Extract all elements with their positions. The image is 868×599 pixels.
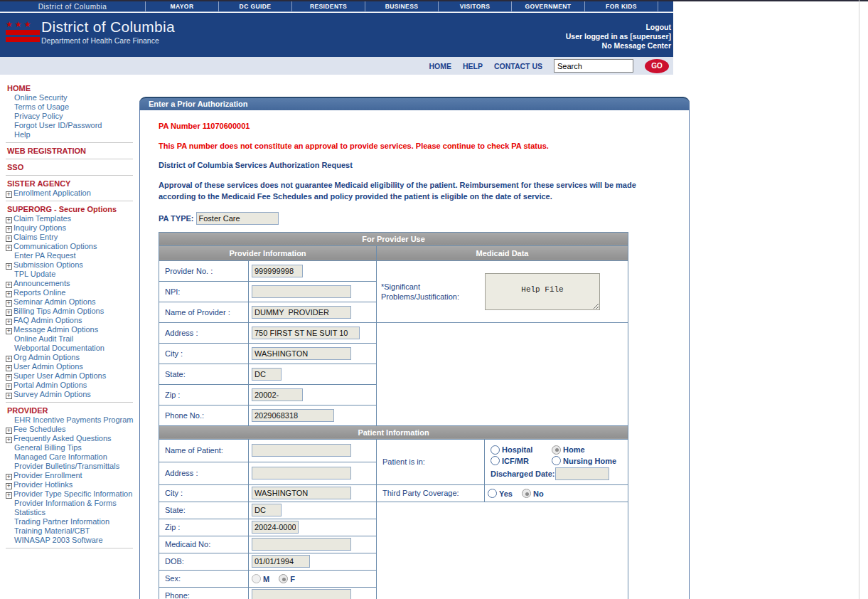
gov-nav-brand[interactable]: District of Columbia: [0, 1, 146, 11]
radio-home[interactable]: [552, 445, 561, 455]
gov-nav-item-business[interactable]: BUSINESS: [365, 1, 439, 11]
provider-city-input[interactable]: [252, 347, 351, 360]
expand-plus-icon[interactable]: +: [6, 217, 12, 223]
sidebar-item-provider-hotlinks[interactable]: +Provider Hotlinks: [6, 480, 135, 489]
expand-plus-icon[interactable]: +: [6, 365, 12, 371]
sidebar-item-user-admin-options[interactable]: +User Admin Options: [6, 362, 135, 371]
sidebar-item-webportal-documentation[interactable]: Webportal Documentation: [6, 344, 135, 353]
sidebar-item-claim-templates[interactable]: +Claim Templates: [6, 214, 135, 223]
expand-plus-icon[interactable]: +: [6, 328, 12, 334]
help-link[interactable]: HELP: [463, 62, 483, 70]
logout-link[interactable]: Logout: [645, 23, 671, 31]
sidebar-item-communication-options[interactable]: +Communication Options: [6, 242, 135, 251]
significant-problems-textarea[interactable]: Help File: [485, 273, 600, 310]
sidebar-item-tpl-update[interactable]: TPL Update: [6, 270, 135, 279]
provider-no-input[interactable]: [252, 265, 303, 277]
sidebar-item-provider-type-specific-information[interactable]: +Provider Type Specific Information: [6, 489, 135, 499]
patient-city-input[interactable]: [252, 487, 351, 499]
sidebar-item-general-billing-tips[interactable]: General Billing Tips: [6, 443, 135, 452]
sidebar-item-billing-tips-admin-options[interactable]: +Billing Tips Admin Options: [6, 307, 135, 316]
provider-state-input[interactable]: [252, 368, 282, 381]
sidebar-item-forgot-user-id-password[interactable]: Forgot User ID/Password: [6, 121, 135, 130]
scrollbar-edge[interactable]: [859, 0, 859, 599]
home-link[interactable]: HOME: [429, 62, 451, 70]
sidebar-item-inquiry-options[interactable]: +Inquiry Options: [6, 223, 135, 233]
expand-plus-icon[interactable]: +: [6, 245, 12, 251]
radio-sex-f[interactable]: [279, 574, 288, 583]
patient-phone-input[interactable]: [252, 589, 351, 599]
search-input[interactable]: [554, 59, 633, 73]
sidebar-item-survey-admin-options[interactable]: +Survey Admin Options: [6, 390, 135, 399]
sidebar-item-managed-care-information[interactable]: Managed Care Information: [6, 452, 135, 462]
gov-nav-item-dc-guide[interactable]: DC GUIDE: [219, 1, 292, 11]
patient-name-input[interactable]: [252, 444, 351, 457]
sidebar-item-privacy-policy[interactable]: Privacy Policy: [6, 112, 135, 121]
sidebar-item-enter-pa-request[interactable]: Enter PA Request: [6, 251, 135, 260]
expand-plus-icon[interactable]: +: [6, 300, 12, 307]
sidebar-item-training-material-cbt[interactable]: Training Material/CBT: [6, 526, 135, 536]
expand-plus-icon[interactable]: +: [6, 393, 12, 399]
sidebar-item-claims-entry[interactable]: +Claims Entry: [6, 233, 135, 242]
discharged-date-input[interactable]: [555, 467, 609, 480]
gov-nav-item-residents[interactable]: RESIDENTS: [292, 1, 365, 11]
expand-plus-icon[interactable]: +: [6, 309, 12, 316]
sidebar-item-announcements[interactable]: +Announcements: [6, 279, 135, 288]
provider-address-input[interactable]: [252, 327, 360, 339]
sidebar-item-terms-of-usage[interactable]: Terms of Usage: [6, 102, 135, 112]
sidebar-item-provider-enrollment[interactable]: +Provider Enrollment: [6, 471, 135, 480]
provider-zip-input[interactable]: [252, 388, 303, 401]
pa-type-input[interactable]: [196, 212, 279, 225]
sidebar-item-enrollment-application[interactable]: +Enrollment Application: [6, 189, 135, 198]
provider-phone-input[interactable]: [252, 409, 334, 422]
expand-plus-icon[interactable]: +: [6, 282, 12, 288]
sidebar-item-reports-online[interactable]: +Reports Online: [6, 288, 135, 297]
radio-nursing-home[interactable]: [552, 456, 561, 465]
provider-name-input[interactable]: [252, 306, 351, 319]
expand-plus-icon[interactable]: +: [6, 226, 12, 233]
sidebar-item-help[interactable]: Help: [6, 130, 135, 139]
sidebar-item-online-audit-trail[interactable]: Online Audit Trail: [6, 334, 135, 344]
sidebar-item-provider-bulletins-transmittals[interactable]: Provider Bulletins/Transmittals: [6, 462, 135, 471]
radio-tpc-yes[interactable]: [488, 489, 497, 498]
sidebar-item-super-user-admin-options[interactable]: +Super User Admin Options: [6, 371, 135, 381]
sidebar-item-submission-options[interactable]: +Submission Options: [6, 260, 135, 270]
expand-plus-icon[interactable]: +: [6, 235, 12, 242]
dob-input[interactable]: [252, 555, 310, 568]
medicaid-no-input[interactable]: [252, 538, 351, 551]
gov-nav-item-visitors[interactable]: VISITORS: [439, 1, 512, 11]
sidebar-item-provider-information-forms[interactable]: Provider Information & Forms: [6, 499, 135, 508]
sidebar-item-message-admin-options[interactable]: +Message Admin Options: [6, 325, 135, 334]
expand-plus-icon[interactable]: +: [6, 319, 12, 325]
sidebar-item-faq-admin-options[interactable]: +FAQ Admin Options: [6, 316, 135, 325]
expand-plus-icon[interactable]: +: [6, 492, 12, 499]
expand-plus-icon[interactable]: +: [6, 483, 12, 489]
sidebar-item-portal-admin-options[interactable]: +Portal Admin Options: [6, 381, 135, 390]
sidebar-item-fee-schedules[interactable]: +Fee Schedules: [6, 425, 135, 434]
gov-nav-item-for-kids[interactable]: FOR KIDS: [585, 1, 658, 11]
radio-sex-m[interactable]: [252, 574, 261, 583]
radio-icfmr[interactable]: [491, 456, 500, 465]
expand-plus-icon[interactable]: +: [6, 356, 12, 362]
sidebar-item-ehr-incentive-payments-program[interactable]: EHR Incentive Payments Program: [6, 415, 135, 425]
expand-plus-icon[interactable]: +: [6, 383, 12, 390]
expand-plus-icon[interactable]: +: [6, 437, 12, 443]
sidebar-item-trading-partner-information[interactable]: Trading Partner Information: [6, 517, 135, 526]
patient-zip-input[interactable]: [252, 521, 299, 534]
contact-us-link[interactable]: CONTACT US: [494, 62, 542, 70]
go-button[interactable]: GO: [645, 59, 669, 73]
sidebar-item-winasap-2003-software[interactable]: WINASAP 2003 Software: [6, 536, 135, 545]
message-center-link[interactable]: No Message Center: [602, 41, 671, 50]
expand-plus-icon[interactable]: +: [6, 291, 12, 297]
expand-plus-icon[interactable]: +: [6, 191, 12, 198]
sidebar-item-online-security[interactable]: Online Security: [6, 93, 135, 102]
sidebar-item-frequently-asked-questions[interactable]: +Frequently Asked Questions: [6, 434, 135, 443]
expand-plus-icon[interactable]: +: [6, 263, 12, 270]
expand-plus-icon[interactable]: +: [6, 428, 12, 434]
gov-nav-item-mayor[interactable]: MAYOR: [146, 1, 219, 11]
patient-address-input[interactable]: [252, 467, 351, 479]
sidebar-item-org-admin-options[interactable]: +Org Admin Options: [6, 353, 135, 362]
gov-nav-item-government[interactable]: GOVERNMENT: [512, 1, 585, 11]
radio-hospital[interactable]: [491, 445, 500, 455]
npi-input[interactable]: [252, 285, 351, 298]
expand-plus-icon[interactable]: +: [6, 474, 12, 480]
